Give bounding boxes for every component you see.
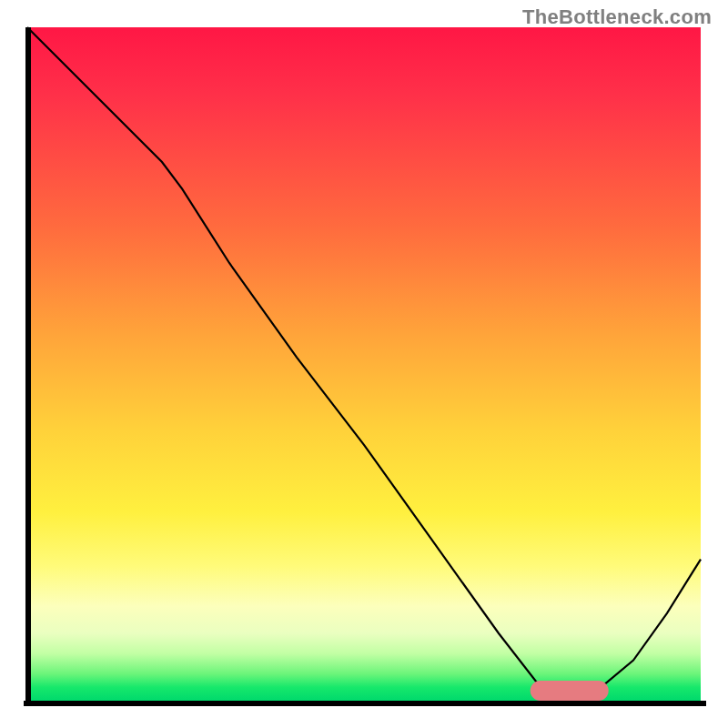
x-axis xyxy=(24,701,706,706)
bottleneck-curve xyxy=(27,27,701,694)
optimal-range-marker xyxy=(530,681,609,701)
watermark-text: TheBottleneck.com xyxy=(522,5,712,29)
curve-svg xyxy=(27,27,701,701)
bottleneck-curve-layer xyxy=(27,27,701,701)
y-axis xyxy=(25,27,31,706)
chart-stage: TheBottleneck.com xyxy=(0,0,728,728)
